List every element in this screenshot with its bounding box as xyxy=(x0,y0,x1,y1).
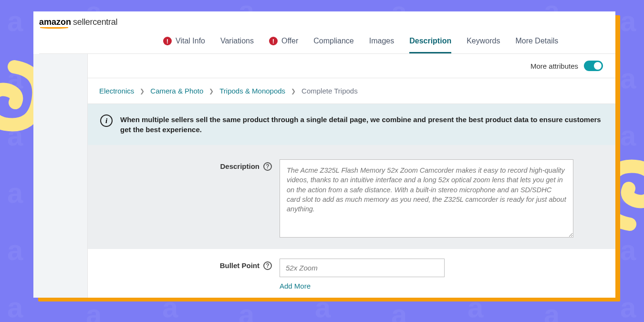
description-row: Description ? xyxy=(100,159,603,239)
breadcrumb-current: Complete Tripods xyxy=(301,87,358,95)
tab-label: Description xyxy=(409,37,451,45)
tab-label: Offer xyxy=(281,37,298,45)
description-textarea[interactable] xyxy=(280,159,573,238)
help-icon[interactable]: ? xyxy=(263,261,272,270)
logo-amazon: amazon xyxy=(39,17,71,27)
tab-label: Compliance xyxy=(313,37,353,45)
alert-icon: ! xyxy=(269,37,278,45)
breadcrumb-item[interactable]: Camera & Photo xyxy=(150,87,203,95)
tab-variations[interactable]: Variations xyxy=(220,31,254,53)
tab-label: Keywords xyxy=(467,37,500,45)
tab-label: Vital Info xyxy=(176,37,205,45)
tab-description[interactable]: Description xyxy=(409,31,451,53)
bullet-input[interactable] xyxy=(280,259,445,277)
chevron-right-icon: ❯ xyxy=(209,88,214,94)
breadcrumb-item[interactable]: Electronics xyxy=(99,87,134,95)
left-sidebar xyxy=(33,54,88,298)
seller-central-panel: amazon sellercentral ! Vital Info Variat… xyxy=(33,11,615,298)
description-label-text: Description xyxy=(220,162,260,170)
tabs: ! Vital Info Variations ! Offer Complian… xyxy=(39,31,615,54)
info-banner-text: When multiple sellers sell the same prod… xyxy=(120,114,603,135)
breadcrumb-item[interactable]: Tripods & Monopods xyxy=(219,87,285,95)
more-attributes-label: More attributes xyxy=(530,62,578,70)
add-more-link[interactable]: Add More xyxy=(280,282,311,290)
tab-label: Images xyxy=(369,37,394,45)
info-banner: i When multiple sellers sell the same pr… xyxy=(88,104,615,145)
description-label: Description ? xyxy=(100,159,272,239)
logo-sellercentral: sellercentral xyxy=(73,17,117,27)
info-icon: i xyxy=(100,114,113,127)
content: More attributes Electronics ❯ Camera & P… xyxy=(33,54,615,298)
header: amazon sellercentral ! Vital Info Variat… xyxy=(33,11,615,54)
tab-more-details[interactable]: More Details xyxy=(515,31,558,53)
bullet-label-text: Bullet Point xyxy=(220,261,260,270)
help-icon[interactable]: ? xyxy=(263,162,272,171)
bullet-label: Bullet Point ? xyxy=(100,259,272,291)
chevron-right-icon: ❯ xyxy=(140,88,145,94)
tab-offer[interactable]: ! Offer xyxy=(269,31,298,53)
tab-images[interactable]: Images xyxy=(369,31,394,53)
logo: amazon sellercentral xyxy=(39,17,615,27)
description-form-area: Description ? xyxy=(88,145,615,249)
bullet-row: Bullet Point ? Add More xyxy=(100,259,603,291)
tab-keywords[interactable]: Keywords xyxy=(467,31,500,53)
tab-compliance[interactable]: Compliance xyxy=(313,31,353,53)
bullet-form-area: Bullet Point ? Add More xyxy=(88,249,615,298)
alert-icon: ! xyxy=(163,37,172,45)
more-attributes-row: More attributes xyxy=(88,54,615,78)
bullet-input-wrap: Add More xyxy=(280,259,573,291)
tab-vital-info[interactable]: ! Vital Info xyxy=(163,31,205,53)
description-input-wrap xyxy=(280,159,573,239)
breadcrumb: Electronics ❯ Camera & Photo ❯ Tripods &… xyxy=(88,78,615,104)
tab-label: Variations xyxy=(220,37,254,45)
tab-label: More Details xyxy=(515,37,558,45)
chevron-right-icon: ❯ xyxy=(291,88,296,94)
main-area: More attributes Electronics ❯ Camera & P… xyxy=(88,54,615,298)
more-attributes-toggle[interactable] xyxy=(584,61,603,71)
